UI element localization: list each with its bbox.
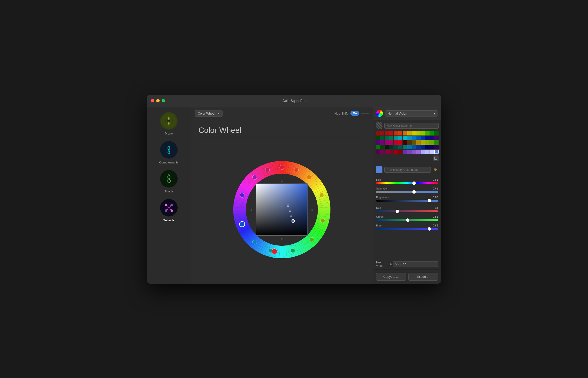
blue-thumb[interactable] bbox=[428, 227, 431, 230]
palette-cell[interactable] bbox=[394, 136, 398, 140]
sidebar-item-tetrads[interactable]: Tetrads bbox=[160, 199, 178, 222]
new-scheme-input[interactable] bbox=[384, 123, 439, 129]
palette-cell[interactable] bbox=[416, 136, 421, 140]
palette-cell[interactable] bbox=[430, 149, 434, 154]
palette-cell[interactable] bbox=[434, 149, 439, 154]
palette-cell[interactable] bbox=[430, 136, 434, 140]
palette-cell[interactable] bbox=[416, 140, 421, 145]
palette-cell[interactable] bbox=[385, 149, 389, 154]
palette-cell[interactable] bbox=[376, 140, 380, 145]
hex-input[interactable] bbox=[393, 261, 438, 267]
color-picker-square[interactable]: c bbox=[256, 184, 308, 236]
palette-cell[interactable] bbox=[434, 140, 439, 145]
palette-cell[interactable] bbox=[394, 149, 398, 154]
palette-cell[interactable] bbox=[394, 145, 398, 149]
palette-cell[interactable] bbox=[389, 145, 394, 149]
hue-thumb[interactable] bbox=[412, 181, 416, 185]
palette-cell[interactable] bbox=[434, 145, 439, 149]
palette-cell[interactable] bbox=[421, 145, 425, 149]
randomize-button[interactable]: ⚅ bbox=[433, 155, 439, 161]
color-wheel-widget[interactable]: ▴ ▾ ◂ ▸ + c bbox=[228, 156, 335, 263]
palette-cell[interactable] bbox=[407, 149, 412, 154]
palette-cell[interactable] bbox=[412, 145, 416, 149]
maximize-button[interactable] bbox=[162, 99, 165, 102]
red-thumb[interactable] bbox=[396, 210, 399, 213]
palette-cell[interactable] bbox=[430, 131, 434, 135]
eyedropper-button[interactable]: ⚞ bbox=[433, 167, 439, 173]
palette-cell[interactable] bbox=[403, 136, 407, 140]
palette-cell[interactable] bbox=[407, 145, 412, 149]
palette-cell[interactable] bbox=[380, 140, 385, 145]
palette-cell[interactable] bbox=[398, 140, 403, 145]
palette-cell[interactable] bbox=[394, 140, 398, 145]
palette-cell[interactable] bbox=[403, 140, 407, 145]
red-track[interactable] bbox=[376, 210, 438, 212]
palette-cell[interactable] bbox=[412, 136, 416, 140]
palette-cell[interactable] bbox=[380, 149, 385, 154]
palette-cell[interactable] bbox=[412, 149, 416, 154]
palette-cell[interactable] bbox=[398, 145, 403, 149]
palette-cell[interactable] bbox=[416, 131, 421, 135]
color-mode-icon[interactable] bbox=[376, 110, 383, 117]
palette-cell[interactable] bbox=[425, 140, 430, 145]
palette-cell[interactable] bbox=[434, 136, 439, 140]
palette-cell[interactable] bbox=[407, 131, 412, 135]
palette-cell[interactable] bbox=[389, 131, 394, 135]
palette-cell[interactable] bbox=[398, 131, 403, 135]
hue-track[interactable] bbox=[376, 182, 438, 184]
sidebar-item-complements[interactable]: Complements bbox=[159, 141, 179, 164]
palette-cell[interactable] bbox=[421, 131, 425, 135]
palette-cell[interactable] bbox=[389, 149, 394, 154]
palette-cell[interactable] bbox=[398, 149, 403, 154]
palette-cell[interactable] bbox=[403, 131, 407, 135]
mode-dropdown[interactable]: Color Wheel bbox=[195, 110, 223, 117]
vision-dropdown[interactable]: Normal Vision ▾ bbox=[385, 110, 438, 117]
palette-cell[interactable] bbox=[421, 136, 425, 140]
palette-cell[interactable] bbox=[416, 149, 421, 154]
palette-cell[interactable] bbox=[376, 145, 380, 149]
palette-cell[interactable] bbox=[389, 136, 394, 140]
palette-cell[interactable] bbox=[425, 136, 430, 140]
brightness-thumb[interactable] bbox=[428, 199, 431, 202]
green-thumb[interactable] bbox=[406, 218, 409, 222]
palette-cell[interactable] bbox=[376, 131, 380, 135]
palette-cell[interactable] bbox=[380, 145, 385, 149]
sidebar-item-mono[interactable]: Mono bbox=[160, 112, 178, 135]
saturation-thumb[interactable] bbox=[412, 190, 416, 194]
close-button[interactable] bbox=[151, 99, 154, 102]
blue-track[interactable] bbox=[376, 228, 438, 230]
minimize-button[interactable] bbox=[156, 99, 160, 102]
palette-cell[interactable] bbox=[380, 136, 385, 140]
palette-cell[interactable] bbox=[376, 149, 380, 154]
palette-cell[interactable] bbox=[394, 131, 398, 135]
palette-cell[interactable] bbox=[389, 140, 394, 145]
brightness-track[interactable] bbox=[376, 200, 438, 202]
wheel-container[interactable]: ▴ ▾ ◂ ▸ + c bbox=[199, 142, 365, 278]
palette-cell[interactable] bbox=[434, 131, 439, 135]
palette-cell[interactable] bbox=[425, 131, 430, 135]
palette-cell[interactable] bbox=[412, 131, 416, 135]
palette-cell[interactable] bbox=[385, 136, 389, 140]
saturation-track[interactable] bbox=[376, 191, 438, 193]
green-track[interactable] bbox=[376, 219, 438, 221]
palette-cell[interactable] bbox=[407, 136, 412, 140]
palette-cell[interactable] bbox=[398, 136, 403, 140]
palette-cell[interactable] bbox=[385, 145, 389, 149]
palette-cell[interactable] bbox=[425, 149, 430, 154]
palette-cell[interactable] bbox=[376, 136, 380, 140]
palette-cell[interactable] bbox=[430, 140, 434, 145]
palette-cell[interactable] bbox=[421, 140, 425, 145]
palette-cell[interactable] bbox=[416, 145, 421, 149]
hue-shift-toggle[interactable]: On bbox=[350, 111, 359, 116]
palette-cell[interactable] bbox=[425, 145, 430, 149]
copy-as-button[interactable]: Copy As ... bbox=[376, 273, 406, 281]
export-button[interactable]: Export ... bbox=[409, 273, 438, 281]
palette-cell[interactable] bbox=[407, 140, 412, 145]
palette-cell[interactable] bbox=[403, 145, 407, 149]
palette-cell[interactable] bbox=[403, 149, 407, 154]
palette-cell[interactable] bbox=[421, 149, 425, 154]
palette-cell[interactable] bbox=[412, 140, 416, 145]
sidebar-item-triads[interactable]: Triads bbox=[160, 170, 178, 193]
palette-cell[interactable] bbox=[430, 145, 434, 149]
palette-cell[interactable] bbox=[385, 131, 389, 135]
